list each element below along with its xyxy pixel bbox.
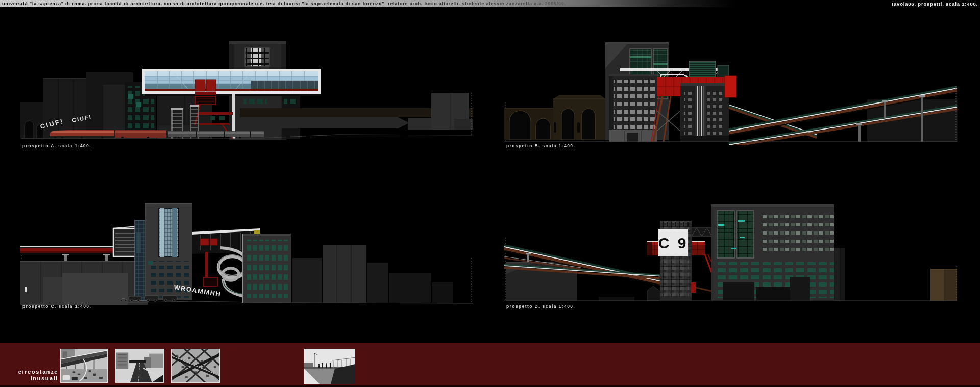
elevation-c-svg: WROAMMHH xyxy=(20,197,475,317)
caption-elevation-c: prospetto C. scala 1:400. xyxy=(22,304,91,309)
glass-tube-building xyxy=(142,69,321,96)
viaduct-deck xyxy=(20,246,129,261)
c9-sign: C 9 xyxy=(658,229,689,256)
thesis-title: università "la sapienza" di roma. prima … xyxy=(2,1,566,6)
photo-people-on-overpass xyxy=(304,349,355,384)
caption-elevation-d: prospetto D. scala 1:400. xyxy=(506,304,575,309)
roof-truss xyxy=(692,228,712,236)
photo-elevated-road-market-image xyxy=(61,349,107,382)
c9-sign-text: C 9 xyxy=(658,235,689,251)
historic-arched-wall xyxy=(504,95,606,140)
brown-box xyxy=(930,269,957,301)
front-midrise-building xyxy=(609,74,657,142)
photo-steel-grid-market xyxy=(172,349,220,383)
right-midrise-building xyxy=(242,234,291,303)
elevation-b-drawing xyxy=(504,25,959,145)
ground-platform xyxy=(599,297,634,301)
elevation-b-svg xyxy=(504,25,959,145)
footer-series-title: circostanze inusuali xyxy=(4,369,58,381)
elevation-a-drawing: CIUF! CIUF! xyxy=(20,25,475,145)
left-arched-wall xyxy=(20,102,44,139)
title-bar: università "la sapienza" di roma. prima … xyxy=(0,0,980,7)
elevation-c-drawing: WROAMMHH xyxy=(20,197,475,317)
presentation-board: università "la sapienza" di roma. prima … xyxy=(0,0,980,387)
elevation-a-svg: CIUF! CIUF! xyxy=(20,25,475,145)
red-block xyxy=(725,76,736,97)
footer-title-line1: circostanze xyxy=(4,369,58,375)
right-tower-building xyxy=(711,204,845,301)
footer-title-line2: inusuali xyxy=(4,375,58,382)
right-skyline xyxy=(292,245,453,303)
footer-strip: circostanze inusuali xyxy=(0,343,980,387)
photo-steel-grid-market-image xyxy=(172,349,219,382)
small-house xyxy=(647,286,659,301)
caption-elevation-b: prospetto B. scala 1:400. xyxy=(506,143,575,148)
photo-elevated-road-market xyxy=(60,349,108,383)
elevation-d-drawing: C 9 xyxy=(504,197,959,317)
right-tower xyxy=(680,83,729,142)
elevation-d-svg: C 9 xyxy=(504,197,959,317)
sheet-title: tavola06. prospetti. scala 1:400. xyxy=(892,1,978,7)
photo-road-trench-overpass-image xyxy=(116,349,163,382)
caption-elevation-a: prospetto A. scala 1:400. xyxy=(22,143,91,148)
photo-people-on-overpass-image xyxy=(304,349,355,384)
photo-road-trench-overpass xyxy=(115,349,164,383)
